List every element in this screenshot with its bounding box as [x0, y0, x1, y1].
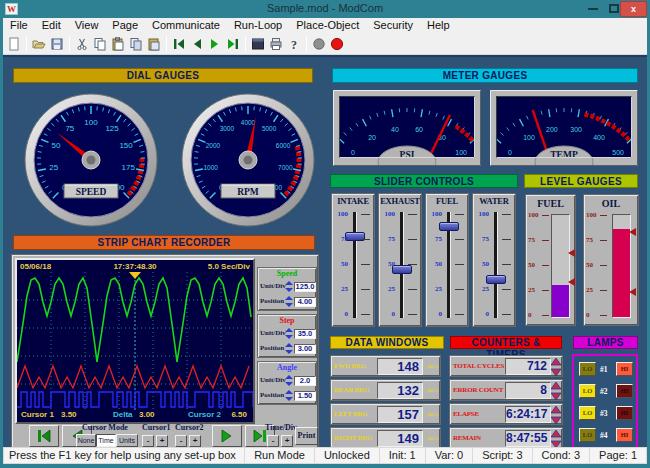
cursor-mode-units-button[interactable]: Units — [116, 434, 138, 447]
level-label: OIL — [584, 198, 638, 209]
spinner-icon[interactable] — [285, 296, 293, 307]
toolbar-last-icon[interactable] — [224, 35, 242, 53]
lamps-panel: LO #1 HI LO #2 HI LO #3 HI LO #4 HI — [572, 354, 638, 449]
lamp-row-3: LO #3 HI — [574, 406, 636, 422]
data-value: 148 — [377, 358, 423, 375]
time-div-plus-button[interactable]: + — [281, 435, 293, 447]
slider-tick-label: 25 — [475, 285, 489, 293]
cursor-mode-time-button[interactable]: Time — [96, 434, 116, 447]
toolbar-record-circle-icon[interactable] — [328, 35, 346, 53]
level-tick-mark — [542, 315, 549, 316]
slider-handle[interactable] — [392, 265, 412, 274]
window-title: Sample.mod - ModCom — [0, 2, 650, 14]
spinner-icon[interactable] — [285, 343, 293, 354]
toolbar-help-icon[interactable]: ? — [285, 35, 303, 53]
counter-label: REMAIN — [453, 428, 481, 448]
level-setpoint-marker-icon[interactable] — [629, 288, 636, 296]
menu-security[interactable]: Security — [366, 18, 420, 33]
toolbar-save-icon[interactable] — [48, 35, 66, 53]
toolbar-paste-icon[interactable] — [109, 35, 127, 53]
position-label: Position — [260, 343, 284, 354]
slider-track[interactable] — [494, 212, 498, 318]
menu-page[interactable]: Page — [105, 18, 145, 33]
toolbar-print-icon[interactable] — [267, 35, 285, 53]
lamp-3-hi[interactable]: HI — [616, 406, 633, 420]
counter-spinner-icon[interactable] — [551, 358, 561, 376]
data-unit: DEG — [427, 388, 438, 393]
lamp-1-hi[interactable]: HI — [616, 362, 633, 376]
svg-text:PSI: PSI — [400, 150, 415, 160]
counter-spinner-icon[interactable] — [551, 382, 561, 400]
time-div-minus-button[interactable]: - — [267, 435, 279, 447]
minimize-button[interactable] — [588, 8, 598, 10]
chart-first-button[interactable] — [29, 425, 59, 447]
toolbar-separator — [26, 36, 27, 52]
spinner-icon[interactable] — [285, 390, 293, 401]
maximize-button[interactable] — [609, 4, 619, 13]
header-level-gauges: LEVEL GAUGES — [524, 174, 638, 188]
print-button[interactable]: Print — [295, 427, 318, 445]
psi-meter-gauge: 020406080100PSI — [333, 90, 481, 166]
close-button[interactable]: x — [620, 1, 647, 17]
cursor-mode-none-button[interactable]: None — [76, 434, 96, 447]
level-setpoint-marker-icon[interactable] — [568, 278, 575, 286]
toolbar-play-icon[interactable] — [206, 35, 224, 53]
chart-next-button[interactable] — [212, 425, 242, 447]
menu-file[interactable]: File — [3, 18, 35, 33]
menu-edit[interactable]: Edit — [35, 18, 68, 33]
menu-help[interactable]: Help — [420, 18, 457, 33]
menu-communicate[interactable]: Communicate — [145, 18, 227, 33]
counter-spinner-icon[interactable] — [551, 406, 561, 424]
temp-meter-gauge: 0100200300400500TEMP — [490, 90, 638, 166]
toolbar-copy-icon[interactable] — [91, 35, 109, 53]
channel-name: Speed — [258, 269, 316, 278]
unit-div-value[interactable]: 35.0 — [294, 329, 316, 339]
menu-place-object[interactable]: Place-Object — [289, 18, 366, 33]
svg-text:125: 125 — [105, 124, 119, 133]
toolbar-new-icon[interactable] — [5, 35, 23, 53]
position-value[interactable]: 3.00 — [294, 344, 316, 354]
title-bar[interactable]: W Sample.mod - ModCom x — [0, 0, 650, 18]
toolbar-prev-icon[interactable] — [188, 35, 206, 53]
level-setpoint-marker-icon[interactable] — [629, 228, 636, 236]
slider-tick-label: 50 — [334, 260, 348, 268]
toolbar-window-icon[interactable] — [249, 35, 267, 53]
slider-handle[interactable] — [439, 222, 459, 231]
toolbar-cut-icon[interactable] — [73, 35, 91, 53]
toolbar-open-icon[interactable] — [30, 35, 48, 53]
slider-track[interactable] — [353, 212, 357, 318]
unit-div-value[interactable]: 2.0 — [294, 376, 316, 386]
svg-text:1000: 1000 — [203, 164, 218, 171]
position-value[interactable]: 1.50 — [294, 391, 316, 401]
cursor2-minus-button[interactable]: - — [175, 435, 187, 447]
channel-box-angle: Angle Unit/Div 2.0 Position 1.50 — [257, 361, 317, 405]
lamp-4-hi[interactable]: HI — [616, 428, 633, 442]
level-setpoint-marker-icon[interactable] — [568, 249, 575, 257]
skip-back-icon — [36, 429, 52, 443]
position-value[interactable]: 4.00 — [294, 297, 316, 307]
unit-div-value[interactable]: 125.0 — [294, 282, 316, 292]
header-lamps: LAMPS — [573, 336, 638, 349]
menu-view[interactable]: View — [68, 18, 106, 33]
counter-spinner-icon[interactable] — [551, 430, 561, 448]
slider-label: WATER — [473, 196, 515, 206]
cursor1-minus-button[interactable]: - — [142, 435, 154, 447]
toolbar-copy-special-icon[interactable] — [127, 35, 145, 53]
lamp-3-lo[interactable]: LO — [579, 406, 596, 420]
cursor1-plus-button[interactable]: + — [156, 435, 168, 447]
level-fill — [552, 285, 569, 317]
spinner-icon[interactable] — [285, 328, 293, 339]
menu-run-loop[interactable]: Run-Loop — [227, 18, 289, 33]
spinner-icon[interactable] — [285, 281, 293, 292]
header-data-windows: DATA WINDOWS — [330, 336, 444, 349]
lamp-2-hi[interactable]: HI — [616, 384, 633, 398]
lamp-2-lo[interactable]: LO — [579, 384, 596, 398]
toolbar-first-icon[interactable] — [170, 35, 188, 53]
cursor2-plus-button[interactable]: + — [189, 435, 201, 447]
spinner-icon[interactable] — [285, 375, 293, 386]
lamp-4-lo[interactable]: LO — [579, 428, 596, 442]
slider-handle[interactable] — [486, 275, 506, 284]
toolbar-stop-circle-icon[interactable] — [310, 35, 328, 53]
lamp-1-lo[interactable]: LO — [579, 362, 596, 376]
toolbar-paste-special-icon[interactable] — [145, 35, 163, 53]
